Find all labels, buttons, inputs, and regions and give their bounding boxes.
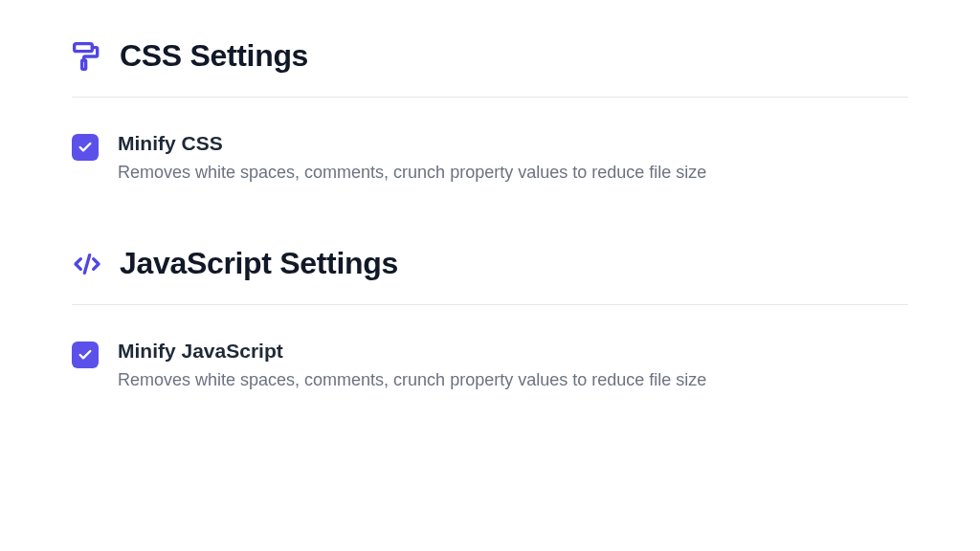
minify-javascript-label: Minify JavaScript xyxy=(118,340,706,363)
svg-rect-0 xyxy=(75,43,93,51)
minify-css-content: Minify CSS Removes white spaces, comment… xyxy=(118,132,706,185)
minify-css-checkbox[interactable] xyxy=(72,134,99,161)
minify-javascript-setting: Minify JavaScript Removes white spaces, … xyxy=(72,336,908,396)
minify-css-description: Removes white spaces, comments, crunch p… xyxy=(118,161,706,185)
code-icon xyxy=(72,249,102,279)
checkmark-icon xyxy=(78,140,93,155)
javascript-settings-section: JavaScript Settings Minify JavaScript Re… xyxy=(72,246,908,396)
javascript-settings-header: JavaScript Settings xyxy=(72,246,908,305)
minify-javascript-checkbox[interactable] xyxy=(72,342,99,368)
svg-rect-1 xyxy=(82,60,86,69)
css-section-title: CSS Settings xyxy=(120,38,308,74)
paint-roller-icon xyxy=(72,41,102,72)
minify-javascript-content: Minify JavaScript Removes white spaces, … xyxy=(118,340,706,392)
minify-css-setting: Minify CSS Removes white spaces, comment… xyxy=(72,128,908,188)
checkmark-icon xyxy=(78,347,93,363)
css-settings-section: CSS Settings Minify CSS Removes white sp… xyxy=(72,38,908,188)
javascript-section-title: JavaScript Settings xyxy=(120,246,398,281)
css-settings-header: CSS Settings xyxy=(72,38,908,98)
minify-javascript-description: Removes white spaces, comments, crunch p… xyxy=(118,368,706,392)
svg-line-2 xyxy=(84,254,89,273)
minify-css-label: Minify CSS xyxy=(118,132,706,155)
